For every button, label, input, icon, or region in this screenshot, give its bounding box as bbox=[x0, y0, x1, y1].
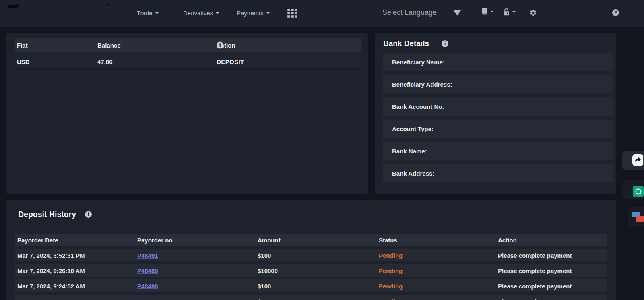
fiat-currency: USD bbox=[17, 58, 30, 65]
nav-item-trade-label: Trade bbox=[137, 10, 153, 17]
payorder-date: Mar 7, 2024, 3:52:31 PM bbox=[17, 252, 85, 259]
status-badge: Pending bbox=[379, 298, 402, 300]
bank-field-row: Beneficiary Name: bbox=[383, 53, 613, 71]
chat-widget-button[interactable] bbox=[632, 211, 644, 226]
language-dropdown-icon[interactable] bbox=[454, 10, 461, 16]
page: Trade Derivatives Payments Select Langua… bbox=[0, 0, 644, 300]
column-header-amount: Amount bbox=[258, 237, 281, 244]
nav-item-payments[interactable]: Payments bbox=[237, 10, 270, 17]
language-selector[interactable]: Select Language bbox=[382, 8, 437, 17]
action-text: Please complete payment bbox=[498, 267, 572, 274]
column-header-status: Status bbox=[379, 237, 397, 244]
caret-down-icon bbox=[512, 11, 516, 13]
deposit-table-header: Payorder Date Payorder no Amount Status … bbox=[15, 234, 607, 246]
orders-book-icon[interactable] bbox=[480, 7, 493, 16]
payorder-link[interactable]: P48489 bbox=[137, 267, 158, 274]
bank-field-row: Bank Address: bbox=[383, 164, 613, 182]
info-icon[interactable]: i bbox=[217, 42, 223, 49]
caret-down-icon bbox=[266, 12, 270, 14]
book-icon bbox=[480, 7, 488, 16]
divider bbox=[446, 8, 446, 19]
nav-item-payments-label: Payments bbox=[237, 10, 264, 17]
payorder-date: Mar 7, 2024, 9:24:52 AM bbox=[17, 282, 85, 289]
nav-item-derivatives-label: Derivatives bbox=[183, 10, 213, 17]
chatgpt-icon bbox=[634, 188, 642, 196]
lock-icon bbox=[502, 7, 510, 17]
amount: $10000 bbox=[258, 267, 278, 274]
info-icon[interactable]: i bbox=[442, 40, 448, 47]
deposit-row: Mar 7, 2024, 9:26:10 AM P48489 $10000 Pe… bbox=[15, 264, 607, 277]
gear-icon bbox=[529, 9, 537, 17]
payorder-link[interactable]: P48486 bbox=[137, 298, 158, 300]
fiat-table-header: Fiat Balance Action i bbox=[15, 38, 361, 52]
action-text: Please complete payment bbox=[498, 282, 572, 289]
deposit-row: Mar 6, 2024, 9:02:40 PM P48486 $100 Pend… bbox=[15, 295, 607, 300]
deposit-row: Mar 7, 2024, 3:52:31 PM P48491 $100 Pend… bbox=[15, 249, 607, 261]
action-text: Please complete payment bbox=[498, 252, 572, 259]
payorder-link[interactable]: P48491 bbox=[137, 252, 158, 259]
payorder-date: Mar 7, 2024, 9:26:10 AM bbox=[17, 267, 85, 274]
status-badge: Pending bbox=[379, 282, 402, 289]
column-header-fiat: Fiat bbox=[17, 42, 28, 49]
amount: $100 bbox=[258, 298, 271, 300]
fiat-balance-panel: Fiat Balance Action i USD 47.86 DEPOSIT bbox=[6, 33, 368, 194]
deposit-history-title: Deposit History bbox=[18, 210, 76, 219]
bank-field-row: Bank Account No: bbox=[383, 97, 613, 116]
fiat-balance: 47.86 bbox=[97, 58, 113, 65]
bank-field-label: Bank Address: bbox=[392, 170, 434, 177]
share-shortcut-button[interactable] bbox=[632, 154, 644, 166]
caret-down-icon bbox=[490, 11, 493, 12]
status-badge: Pending bbox=[379, 252, 402, 259]
bank-field-label: Beneficiary Address: bbox=[392, 81, 452, 88]
deposit-row: Mar 7, 2024, 9:24:52 AM P48488 $100 Pend… bbox=[15, 279, 607, 292]
payorder-link[interactable]: P48488 bbox=[137, 282, 158, 289]
bank-details-title: Bank Details bbox=[383, 39, 429, 48]
amount: $100 bbox=[258, 252, 271, 259]
info-icon[interactable]: i bbox=[85, 211, 92, 218]
bank-field-row: Beneficiary Address: bbox=[383, 75, 613, 93]
settings-button[interactable] bbox=[529, 9, 537, 17]
caret-down-icon bbox=[155, 12, 159, 14]
caret-down-icon bbox=[216, 12, 219, 14]
deposit-history-panel: Deposit History i Payorder Date Payorder… bbox=[6, 200, 616, 300]
status-badge: Pending bbox=[379, 267, 402, 274]
top-nav: Trade Derivatives Payments Select Langua… bbox=[0, 0, 644, 27]
chatgpt-extension-button[interactable] bbox=[633, 186, 644, 197]
payorder-date: Mar 6, 2024, 9:02:40 PM bbox=[17, 298, 85, 300]
help-icon: ? bbox=[612, 9, 619, 16]
bank-details-panel: Bank Details i Beneficiary Name: Benefic… bbox=[375, 33, 616, 194]
column-header-action: Action bbox=[498, 237, 517, 244]
deposit-button[interactable]: DEPOSIT bbox=[217, 58, 244, 65]
bank-field-label: Beneficiary Name: bbox=[392, 59, 445, 66]
chat-bubble-icon bbox=[636, 216, 644, 222]
nav-item-trade[interactable]: Trade bbox=[137, 10, 159, 17]
share-arrow-icon bbox=[634, 156, 642, 164]
action-text: Please complete payment bbox=[498, 298, 572, 300]
logo bbox=[8, 4, 19, 8]
help-button[interactable]: ? bbox=[612, 9, 619, 16]
column-header-balance: Balance bbox=[97, 42, 121, 49]
bank-field-label: Bank Name: bbox=[392, 148, 427, 155]
column-header-payorder-date: Payorder Date bbox=[17, 237, 58, 244]
bank-field-label: Bank Account No: bbox=[392, 103, 444, 110]
logo-mark bbox=[106, 3, 110, 6]
fiat-table-row: USD 47.86 DEPOSIT bbox=[15, 55, 361, 69]
amount: $100 bbox=[258, 282, 271, 289]
nav-item-derivatives[interactable]: Derivatives bbox=[183, 10, 219, 17]
bank-field-row: Account Type: bbox=[383, 120, 613, 138]
column-header-payorder-no: Payorder no bbox=[137, 237, 173, 244]
bank-field-row: Bank Name: bbox=[383, 142, 613, 160]
apps-grid-icon[interactable] bbox=[287, 9, 298, 18]
wallet-lock-icon[interactable] bbox=[502, 7, 516, 17]
bank-field-label: Account Type: bbox=[392, 126, 433, 132]
